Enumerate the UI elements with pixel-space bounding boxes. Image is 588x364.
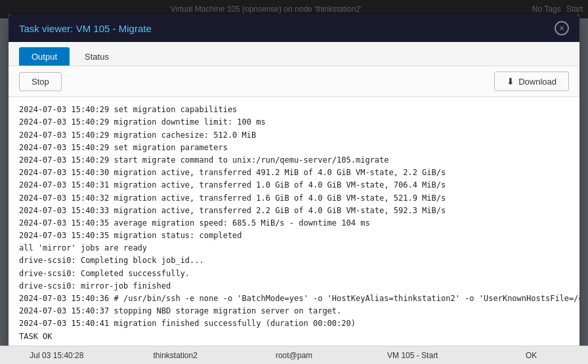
bottom-node: thinkstation2 <box>129 351 222 360</box>
close-button[interactable]: × <box>555 21 569 35</box>
modal-toolbar: Stop ⬇ Download <box>9 66 579 97</box>
output-log[interactable]: 2024-07-03 15:40:29 set migration capabi… <box>9 97 579 350</box>
tab-output[interactable]: Output <box>19 47 70 66</box>
log-line: 2024-07-03 15:40:37 stopping NBD storage… <box>19 305 569 317</box>
bottom-bar: Jul 03 15:40:28 thinkstation2 root@pam V… <box>0 346 588 364</box>
log-line: 2024-07-03 15:40:35 average migration sp… <box>19 217 569 230</box>
bottom-status: OK <box>485 351 578 360</box>
stop-button[interactable]: Stop <box>19 72 62 91</box>
log-line: 2024-07-03 15:40:36 # /usr/bin/ssh -e no… <box>19 293 569 305</box>
download-icon: ⬇ <box>507 76 514 87</box>
log-line: all 'mirror' jobs are ready <box>19 242 569 254</box>
log-line: 2024-07-03 15:40:29 set migration capabi… <box>19 104 569 116</box>
modal-header: Task viewer: VM 105 - Migrate × <box>9 14 579 42</box>
task-viewer-modal: Task viewer: VM 105 - Migrate × Output S… <box>9 14 579 350</box>
modal-title: Task viewer: VM 105 - Migrate <box>19 23 152 34</box>
log-line: drive-scsi0: mirror-job finished <box>19 280 569 293</box>
log-line: drive-scsi0: Completed successfully. <box>19 268 569 280</box>
tab-status[interactable]: Status <box>72 47 121 66</box>
log-line: 2024-07-03 15:40:31 migration active, tr… <box>19 179 569 192</box>
log-line: drive-scsi0: Completing block job_id... <box>19 254 569 267</box>
log-line: 2024-07-03 15:40:33 migration active, tr… <box>19 205 569 217</box>
modal-tabs: Output Status <box>9 42 579 66</box>
log-line: 2024-07-03 15:40:29 migration cachesize:… <box>19 129 569 142</box>
bottom-task: VM 105 - Start <box>366 351 459 360</box>
log-line: 2024-07-03 15:40:32 migration active, tr… <box>19 192 569 205</box>
bottom-user: root@pam <box>248 351 341 360</box>
bottom-timestamp: Jul 03 15:40:28 <box>10 351 103 360</box>
log-line: 2024-07-03 15:40:30 migration active, tr… <box>19 167 569 179</box>
modal-overlay: Task viewer: VM 105 - Migrate × Output S… <box>0 0 588 364</box>
download-label: Download <box>518 77 556 87</box>
download-button[interactable]: ⬇ Download <box>494 71 569 91</box>
log-line: 2024-07-03 15:40:29 start migrate comman… <box>19 154 569 167</box>
log-line: 2024-07-03 15:40:29 set migration parame… <box>19 142 569 154</box>
log-line: 2024-07-03 15:40:35 migration status: co… <box>19 230 569 242</box>
log-line: 2024-07-03 15:40:29 migration downtime l… <box>19 116 569 129</box>
log-line: 2024-07-03 15:40:41 migration finished s… <box>19 317 569 330</box>
log-line: TASK OK <box>19 331 569 343</box>
